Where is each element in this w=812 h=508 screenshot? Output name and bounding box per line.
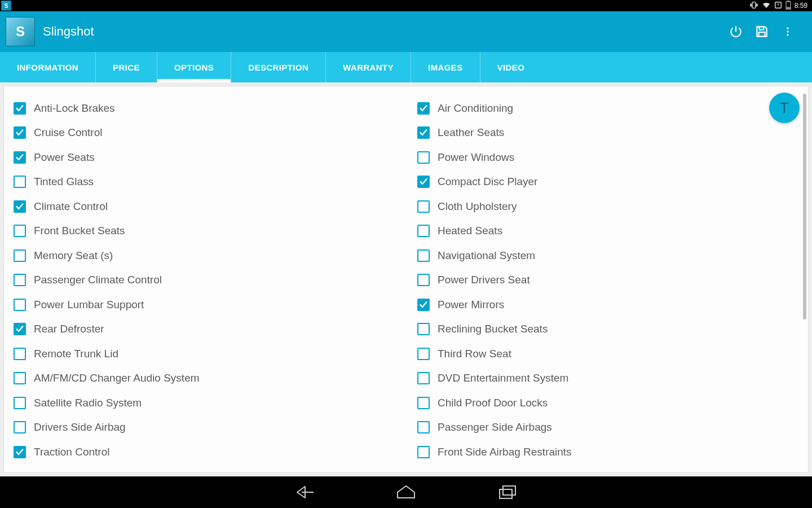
checkbox[interactable] (14, 446, 26, 458)
option-label: Tinted Glass (34, 176, 94, 188)
option-label: Power Seats (34, 151, 95, 164)
checkbox[interactable] (14, 176, 26, 188)
svg-rect-4 (786, 7, 791, 9)
option-tinted-glass[interactable]: Tinted Glass (14, 170, 395, 195)
option-label: Passenger Climate Control (34, 274, 162, 286)
tab-price[interactable]: PRICE (96, 52, 157, 82)
option-power-windows[interactable]: Power Windows (417, 145, 798, 170)
checkbox[interactable] (14, 397, 26, 409)
option-remote-trunk-lid[interactable]: Remote Trunk Lid (14, 341, 395, 366)
tab-label: IMAGES (428, 63, 463, 72)
nav-back-button[interactable] (293, 481, 316, 503)
recent-app-icon: S (1, 1, 11, 11)
option-power-seats[interactable]: Power Seats (14, 145, 395, 170)
checkbox[interactable] (14, 225, 26, 237)
option-label: Passenger Side Airbags (438, 421, 552, 433)
checkbox[interactable] (417, 176, 430, 188)
option-anti-lock-brakes[interactable]: Anti-Lock Brakes (14, 96, 395, 121)
option-label: Climate Control (34, 200, 108, 213)
option-drivers-side-airbag[interactable]: Drivers Side Airbag (14, 415, 395, 440)
scrollbar[interactable] (803, 94, 806, 319)
checkbox[interactable] (14, 102, 26, 115)
battery-icon (785, 1, 791, 11)
tab-options[interactable]: OPTIONS (157, 52, 231, 82)
checkbox[interactable] (417, 299, 430, 311)
option-front-bucket-seats[interactable]: Front Bucket Seats (14, 219, 395, 244)
checkbox[interactable] (417, 249, 430, 262)
checkbox[interactable] (14, 126, 26, 139)
svg-point-6 (787, 28, 788, 29)
checkbox[interactable] (417, 372, 430, 384)
option-label: Compact Disc Player (438, 176, 537, 188)
svg-point-7 (787, 30, 788, 32)
nav-recents-button[interactable] (496, 481, 519, 503)
option-leather-seats[interactable]: Leather Seats (417, 121, 798, 146)
option-power-lumbar-support[interactable]: Power Lumbar Support (14, 292, 395, 317)
option-rear-defroster[interactable]: Rear Defroster (14, 317, 395, 342)
content-wrap: Anti-Lock BrakesCruise ControlPower Seat… (0, 82, 812, 476)
overflow-menu-button[interactable] (775, 19, 801, 45)
checkbox[interactable] (14, 421, 26, 433)
checkbox[interactable] (14, 299, 26, 311)
option-third-row-seat[interactable]: Third Row Seat (417, 341, 798, 366)
tab-information[interactable]: INFORMATION (0, 52, 96, 82)
option-dvd-entertainment-system[interactable]: DVD Entertainment System (417, 366, 798, 391)
option-power-drivers-seat[interactable]: Power Drivers Seat (417, 268, 798, 293)
option-navigational-system[interactable]: Navigational System (417, 243, 798, 268)
option-label: Memory Seat (s) (34, 249, 113, 262)
checkbox[interactable] (417, 446, 430, 458)
option-am-fm-cd-changer-audio-system[interactable]: AM/FM/CD Changer Audio System (14, 366, 395, 391)
tab-video[interactable]: VIDEO (480, 52, 542, 82)
app-title: Slingshot (43, 24, 94, 39)
checkbox[interactable] (14, 323, 26, 335)
status-time: 8:59 (795, 2, 807, 10)
option-heated-seats[interactable]: Heated Seats (417, 219, 798, 244)
option-cloth-upholstery[interactable]: Cloth Upholstery (417, 194, 798, 219)
option-label: Heated Seats (438, 225, 502, 237)
checkbox[interactable] (417, 421, 430, 433)
back-icon (295, 484, 314, 500)
tab-warranty[interactable]: WARRANTY (326, 52, 411, 82)
checkbox[interactable] (417, 126, 430, 139)
option-label: Third Row Seat (438, 348, 511, 360)
recents-icon (498, 485, 517, 500)
checkbox[interactable] (14, 372, 26, 384)
checkbox[interactable] (14, 348, 26, 360)
checkbox[interactable] (14, 249, 26, 262)
option-label: Power Drivers Seat (438, 274, 530, 286)
option-climate-control[interactable]: Climate Control (14, 194, 395, 219)
option-label: Anti-Lock Brakes (34, 102, 115, 115)
option-air-conditioning[interactable]: Air Conditioning (417, 96, 798, 121)
checkbox[interactable] (417, 151, 430, 164)
option-front-side-airbag-restraints[interactable]: Front Side Airbag Restraints (417, 440, 798, 465)
checkbox[interactable] (417, 200, 430, 213)
option-child-proof-door-locks[interactable]: Child Proof Door Locks (417, 391, 798, 415)
option-compact-disc-player[interactable]: Compact Disc Player (417, 170, 798, 195)
option-power-mirrors[interactable]: Power Mirrors (417, 292, 798, 317)
checkbox[interactable] (417, 348, 430, 360)
checkbox[interactable] (14, 274, 26, 286)
checkbox[interactable] (417, 274, 430, 286)
tab-description[interactable]: DESCRIPTION (231, 52, 326, 82)
svg-rect-3 (787, 1, 789, 2)
floating-t-badge[interactable]: T (769, 93, 800, 123)
checkbox[interactable] (417, 397, 430, 409)
save-button[interactable] (749, 19, 775, 45)
option-traction-control[interactable]: Traction Control (14, 440, 395, 465)
option-passenger-climate-control[interactable]: Passenger Climate Control (14, 268, 395, 293)
option-passenger-side-airbags[interactable]: Passenger Side Airbags (417, 415, 798, 440)
app-window: S Slingshot INFORMATIONPRICEOPTIONSDESCR… (0, 11, 812, 476)
checkbox[interactable] (14, 151, 26, 164)
checkbox[interactable] (417, 102, 430, 115)
option-satellite-radio-system[interactable]: Satellite Radio System (14, 391, 395, 415)
checkbox[interactable] (417, 323, 430, 335)
checkbox[interactable] (14, 200, 26, 213)
power-button[interactable] (723, 19, 749, 45)
options-pane[interactable]: Anti-Lock BrakesCruise ControlPower Seat… (3, 86, 809, 473)
option-reclining-bucket-seats[interactable]: Reclining Bucket Seats (417, 317, 798, 342)
nav-home-button[interactable] (395, 481, 417, 503)
option-memory-seat-s[interactable]: Memory Seat (s) (14, 243, 395, 268)
option-cruise-control[interactable]: Cruise Control (14, 121, 395, 146)
tab-images[interactable]: IMAGES (411, 52, 480, 82)
checkbox[interactable] (417, 225, 430, 237)
